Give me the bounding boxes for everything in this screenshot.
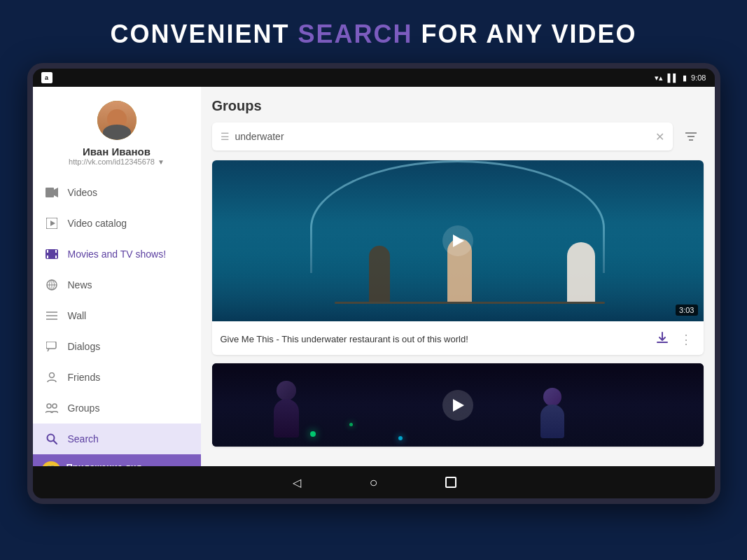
svg-marker-3 xyxy=(50,220,55,226)
video-thumbnail-1[interactable]: 3:03 xyxy=(212,160,704,321)
sidebar-item-video-catalog[interactable]: Video catalog xyxy=(33,208,201,239)
sidebar-item-videos[interactable]: Videos xyxy=(33,177,201,208)
sidebar-item-friends[interactable]: Friends xyxy=(33,362,201,393)
video-card-2 xyxy=(212,363,704,447)
sidebar: Иван Иванов http://vk.com/id12345678 ▼ V… xyxy=(33,87,201,466)
tablet-frame: a ▾▴ ▌▌ ▮ 9:08 Иван Иванов http://vk.com… xyxy=(27,63,720,504)
battery-icon: ▮ xyxy=(683,74,687,83)
header-title-part2: FOR ANY VIDEO xyxy=(413,20,637,48)
wall-icon xyxy=(44,308,60,323)
header-title: CONVENIENT SEARCH FOR ANY VIDEO xyxy=(0,20,747,49)
search-bar-row: ☰ underwater ✕ xyxy=(212,122,704,150)
video-duration-1: 3:03 xyxy=(676,304,697,316)
svg-rect-6 xyxy=(55,250,57,253)
header: CONVENIENT SEARCH FOR ANY VIDEO xyxy=(0,0,747,63)
video-catalog-icon xyxy=(44,216,60,231)
svg-point-19 xyxy=(47,404,51,408)
status-bar: a ▾▴ ▌▌ ▮ 9:08 xyxy=(33,69,715,87)
news-icon xyxy=(44,277,60,293)
sidebar-item-label-videos: Videos xyxy=(68,187,98,198)
svg-rect-7 xyxy=(47,255,48,258)
profile-url: http://vk.com/id12345678 xyxy=(69,158,155,166)
search-bar[interactable]: ☰ underwater ✕ xyxy=(212,122,673,150)
filter-button[interactable] xyxy=(678,124,704,149)
signal-icon: ▌▌ xyxy=(667,74,678,82)
avatar xyxy=(97,101,137,140)
status-bar-right: ▾▴ ▌▌ ▮ 9:08 xyxy=(655,74,706,83)
play-button-2[interactable] xyxy=(442,390,473,421)
back-button[interactable]: ◁ xyxy=(286,472,307,493)
sidebar-item-label-wall: Wall xyxy=(68,310,87,321)
video-info-row-1: Give Me This - This underwater restauran… xyxy=(212,321,704,355)
hamburger-icon: ☰ xyxy=(221,131,230,142)
profile-name: Иван Иванов xyxy=(83,146,151,158)
play-button-1[interactable] xyxy=(442,225,473,256)
sidebar-profile: Иван Иванов http://vk.com/id12345678 ▼ xyxy=(33,87,201,174)
recent-button[interactable] xyxy=(440,472,461,493)
sidebar-item-label-friends: Friends xyxy=(68,372,101,383)
svg-point-18 xyxy=(49,373,54,378)
video-card-1: 3:03 Give Me This - This underwater rest… xyxy=(212,160,704,355)
sidebar-item-label-groups: Groups xyxy=(68,402,100,414)
promo-icon: 🏅 xyxy=(41,461,61,466)
svg-rect-16 xyxy=(46,342,56,349)
home-button[interactable]: ○ xyxy=(363,472,384,493)
svg-marker-1 xyxy=(54,188,58,197)
header-title-part1: CONVENIENT xyxy=(110,20,298,48)
sidebar-item-label-dialogs: Dialogs xyxy=(68,341,101,352)
sidebar-item-movies[interactable]: Movies and TV shows! xyxy=(33,239,201,270)
sidebar-item-search[interactable]: Search xyxy=(33,424,201,454)
wifi-icon: ▾▴ xyxy=(655,74,663,83)
svg-rect-0 xyxy=(46,188,54,197)
sidebar-item-news[interactable]: News xyxy=(33,270,201,300)
svg-rect-5 xyxy=(47,250,48,253)
video-thumbnail-2[interactable] xyxy=(212,363,704,447)
sidebar-item-label-movies: Movies and TV shows! xyxy=(68,248,167,260)
sidebar-item-label-search: Search xyxy=(68,433,99,444)
time-display: 9:08 xyxy=(691,74,706,82)
header-title-highlight: SEARCH xyxy=(298,20,412,48)
app-icon: a xyxy=(41,72,53,83)
sidebar-item-label-catalog: Video catalog xyxy=(68,218,127,229)
search-query-text: underwater xyxy=(235,131,650,142)
dropdown-arrow-icon[interactable]: ▼ xyxy=(158,158,165,166)
download-icon[interactable] xyxy=(653,328,671,350)
profile-url-row: http://vk.com/id12345678 ▼ xyxy=(69,158,165,166)
movies-icon xyxy=(44,246,60,262)
promo-banner[interactable]: 🏅 Приложение дня Скачивай лучшее → xyxy=(33,454,201,466)
groups-icon xyxy=(44,400,60,416)
friends-icon xyxy=(44,370,60,385)
sidebar-item-groups[interactable]: Groups xyxy=(33,393,201,424)
bottom-nav: ◁ ○ xyxy=(33,466,715,498)
svg-rect-8 xyxy=(55,255,57,258)
more-options-icon[interactable]: ⋮ xyxy=(677,329,695,350)
svg-line-22 xyxy=(53,441,57,444)
clear-search-icon[interactable]: ✕ xyxy=(655,130,664,144)
status-bar-left: a xyxy=(41,72,53,83)
page-title: Groups xyxy=(212,98,704,114)
sidebar-item-wall[interactable]: Wall xyxy=(33,300,201,331)
main-content: Groups ☰ underwater ✕ xyxy=(201,87,715,466)
sidebar-item-label-news: News xyxy=(68,279,92,290)
sidebar-item-dialogs[interactable]: Dialogs xyxy=(33,331,201,362)
search-nav-icon xyxy=(44,431,60,447)
videos-icon xyxy=(44,185,60,200)
svg-point-20 xyxy=(53,404,57,408)
dialogs-icon xyxy=(44,339,60,354)
video-title-1: Give Me This - This underwater restauran… xyxy=(221,334,648,344)
tablet-content: Иван Иванов http://vk.com/id12345678 ▼ V… xyxy=(33,87,715,466)
